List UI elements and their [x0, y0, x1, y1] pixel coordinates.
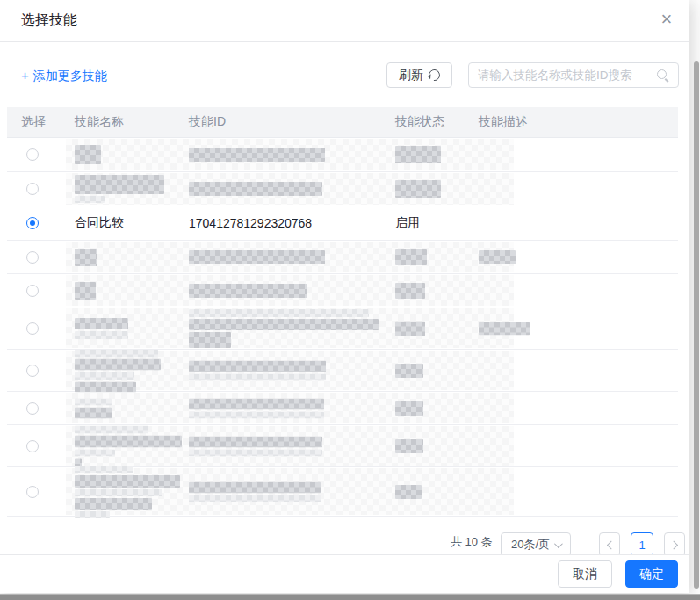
redacted-text: [75, 466, 133, 473]
radio-button[interactable]: [26, 322, 39, 335]
redacted-cell-skill-status: [395, 283, 425, 299]
column-header-skill-id: 技能ID: [189, 114, 226, 130]
redacted-cell-skill-status: [395, 146, 441, 163]
redacted-text: [395, 321, 425, 336]
radio-button[interactable]: [26, 183, 39, 195]
page-size-label: 20条/页: [511, 537, 550, 553]
redacted-cell-skill-name: [75, 466, 180, 518]
redacted-text: [75, 407, 112, 418]
redacted-text: [189, 398, 324, 409]
cell-skill-id: 170412781292320768: [189, 216, 312, 230]
redacted-text: [75, 249, 97, 266]
redacted-text: [75, 331, 128, 339]
redacted-text: [75, 449, 115, 456]
redacted-cell-skill-id: [189, 182, 322, 196]
redacted-text: [189, 148, 325, 162]
refresh-button[interactable]: 刷新: [386, 62, 452, 88]
redacted-text: [189, 373, 326, 380]
redacted-text: [189, 182, 322, 196]
search-box: [468, 62, 679, 88]
close-icon[interactable]: ×: [656, 9, 677, 30]
redacted-text: [75, 358, 161, 370]
redacted-cell-skill-name: [75, 282, 96, 300]
redacted-cell-skill-status: [395, 321, 425, 336]
chevron-right-icon: [669, 540, 678, 549]
radio-button[interactable]: [26, 486, 39, 498]
radio-button[interactable]: [26, 440, 39, 452]
redacted-cell-skill-id: [189, 398, 324, 418]
redacted-text: [479, 322, 530, 335]
redacted-text: [189, 495, 321, 502]
redacted-cell-skill-name: [75, 145, 101, 164]
redacted-text: [189, 411, 324, 418]
add-more-skills-label: 添加更多技能: [33, 69, 107, 83]
redacted-text: [75, 318, 128, 329]
column-header-select: 选择: [21, 114, 46, 130]
redacted-cell-skill-id: [189, 284, 307, 298]
redacted-text: [189, 436, 322, 447]
next-page-button[interactable]: [664, 532, 685, 554]
redacted-text: [75, 282, 96, 300]
radio-button[interactable]: [26, 402, 39, 415]
add-more-skills-link[interactable]: +添加更多技能: [21, 68, 107, 84]
redacted-cell-skill-status: [395, 401, 423, 416]
search-icon[interactable]: [656, 69, 670, 83]
table-row: [7, 241, 678, 274]
screen: 选择技能 × +添加更多技能 刷新 选择 技能名称 技能ID 技能状态: [0, 0, 700, 600]
refresh-button-label: 刷新: [399, 68, 423, 83]
redacted-cell-skill-status: [395, 180, 441, 198]
dialog-body: +添加更多技能 刷新 选择 技能名称 技能ID 技能状态 技能描述 合同比较17…: [0, 42, 689, 554]
redacted-text: [189, 319, 379, 330]
redacted-text: [189, 360, 326, 372]
column-header-skill-status: 技能状态: [395, 114, 444, 130]
redacted-cell-skill-desc: [479, 250, 516, 264]
cancel-button[interactable]: 取消: [558, 560, 612, 588]
page-size-select[interactable]: 20条/页: [501, 532, 571, 554]
table-row: [7, 425, 678, 467]
refresh-icon: [426, 67, 442, 83]
redacted-text: [189, 481, 321, 493]
page-scrollbar-vertical[interactable]: [694, 61, 699, 589]
current-page-button[interactable]: 1: [631, 532, 653, 554]
redacted-text: [75, 475, 180, 488]
redacted-text: [499, 525, 539, 531]
radio-button[interactable]: [26, 285, 39, 297]
redacted-cell-skill-id: [189, 481, 321, 502]
redacted-cell-skill-name: [75, 249, 97, 266]
dialog-footer: 取消 确定: [0, 554, 689, 593]
redacted-cell-skill-id: [189, 436, 322, 456]
redacted-text: [189, 250, 325, 264]
radio-button[interactable]: [26, 217, 39, 229]
table-row: 合同比较170412781292320768启用: [7, 206, 678, 241]
page-scrollbar-horizontal[interactable]: [0, 594, 700, 600]
redacted-cell-skill-desc: [479, 322, 530, 335]
prev-page-button[interactable]: [599, 532, 620, 554]
redacted-cell-skill-id: [189, 309, 379, 348]
redacted-text: [189, 284, 307, 298]
redacted-cell-skill-name: [75, 175, 164, 203]
redacted-text: [189, 309, 369, 317]
select-skill-dialog: 选择技能 × +添加更多技能 刷新 选择 技能名称 技能ID 技能状态: [0, 0, 689, 593]
redacted-text: [479, 250, 516, 264]
table-header: 选择 技能名称 技能ID 技能状态 技能描述: [7, 107, 678, 138]
skill-table: 选择 技能名称 技能ID 技能状态 技能描述 合同比较1704127812923…: [7, 107, 678, 517]
table-body: 合同比较170412781292320768启用: [7, 138, 678, 517]
redacted-text: [75, 175, 164, 194]
confirm-button[interactable]: 确定: [625, 560, 678, 588]
redacted-text: [75, 381, 136, 392]
dialog-header: 选择技能 ×: [0, 0, 689, 42]
redacted-cell-skill-status: [395, 485, 422, 499]
radio-button[interactable]: [26, 365, 39, 377]
redacted-text: [189, 332, 231, 348]
redacted-text: [395, 439, 423, 453]
radio-button[interactable]: [26, 148, 39, 161]
redacted-text: [395, 249, 427, 265]
redacted-cell-skill-name: [75, 318, 128, 339]
redacted-cell-skill-id: [189, 250, 325, 264]
redacted-text: [395, 283, 425, 299]
radio-button[interactable]: [26, 251, 39, 264]
search-input[interactable]: [469, 63, 656, 87]
redacted-cell-skill-name: [75, 425, 182, 466]
redacted-text: [395, 401, 423, 416]
cell-skill-status: 启用: [395, 215, 420, 231]
